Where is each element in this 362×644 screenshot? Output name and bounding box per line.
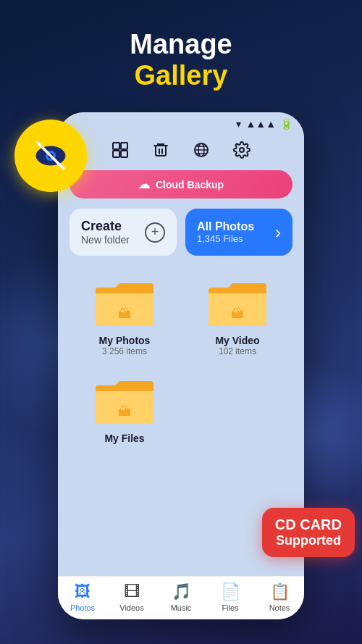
nav-music[interactable]: 🎵 Music: [156, 582, 206, 612]
cd-card-title: CD CARD: [275, 517, 342, 533]
create-label: Create: [81, 219, 130, 234]
folders-grid: 🏔 My Photos 3 256 items 🏔 My Video 102 i…: [70, 267, 292, 450]
create-folder-text: Create New folder: [81, 219, 130, 246]
photos-nav-icon: 🖼: [75, 582, 90, 601]
svg-text:🏔: 🏔: [118, 306, 131, 321]
nav-label-photos: Photos: [70, 603, 95, 612]
nav-label-videos: Videos: [119, 603, 143, 612]
grid-icon[interactable]: [109, 138, 132, 162]
cloud-backup-label: Cloud Backup: [156, 179, 224, 191]
folder-my-photos[interactable]: 🏔 My Photos 3 256 items: [70, 267, 180, 362]
eye-crossed-icon: [32, 137, 70, 175]
new-folder-label: New folder: [81, 234, 130, 246]
folder-icon-files: 🏔: [92, 374, 157, 428]
chevron-right-icon: ›: [275, 222, 281, 243]
settings-icon[interactable]: [230, 138, 253, 162]
videos-nav-icon: 🎞: [124, 582, 140, 601]
svg-rect-7: [121, 151, 127, 157]
nav-label-notes: Notes: [269, 603, 290, 612]
notes-nav-icon: 📋: [270, 582, 290, 601]
cloud-icon: ☁: [138, 177, 150, 191]
create-folder-button[interactable]: Create New folder +: [70, 209, 177, 256]
globe-icon[interactable]: [190, 138, 213, 162]
folder-count-video: 102 items: [219, 346, 256, 356]
files-count: 1,345 Files: [197, 233, 254, 244]
cd-card-badge: CD CARD Supported: [262, 508, 355, 557]
delete-icon[interactable]: [149, 138, 172, 162]
svg-text:🏔: 🏔: [231, 306, 244, 321]
all-photos-button[interactable]: All Photos 1,345 Files ›: [185, 209, 292, 256]
app-icon-circle[interactable]: [14, 120, 87, 192]
status-bar: ▾ ▲▲▲ 🔋: [58, 112, 304, 133]
folder-name-photos: My Photos: [99, 335, 151, 346]
svg-rect-4: [113, 143, 119, 149]
folder-icon-photos: 🏔: [92, 276, 157, 330]
nav-photos[interactable]: 🖼 Photos: [58, 582, 107, 612]
plus-button[interactable]: +: [145, 222, 165, 243]
bottom-nav: 🖼 Photos 🎞 Videos 🎵 Music 📄 Files 📋 Note…: [58, 576, 304, 619]
nav-notes[interactable]: 📋 Notes: [255, 582, 304, 612]
signal-icon: ▲▲▲: [245, 118, 276, 130]
header-manage-text: Manage: [14, 29, 348, 60]
cd-card-subtitle: Supported: [275, 533, 342, 548]
files-nav-icon: 📄: [221, 582, 240, 601]
cloud-backup-button[interactable]: ☁ Cloud Backup: [70, 170, 292, 198]
all-photos-label: All Photos: [197, 220, 254, 233]
svg-rect-8: [156, 146, 166, 156]
nav-files[interactable]: 📄 Files: [206, 582, 255, 612]
music-nav-icon: 🎵: [172, 582, 191, 601]
header-section: Manage Gallery: [0, 0, 362, 106]
battery-icon: 🔋: [280, 118, 292, 130]
folder-icon-video: 🏔: [205, 276, 270, 330]
svg-rect-6: [113, 151, 119, 157]
all-photos-text: All Photos 1,345 Files: [197, 220, 254, 244]
folder-my-video[interactable]: 🏔 My Video 102 items: [182, 267, 292, 362]
svg-point-16: [240, 148, 244, 152]
action-row: Create New folder + All Photos 1,345 Fil…: [70, 209, 292, 256]
wifi-icon: ▾: [236, 118, 241, 130]
folder-count-photos: 3 256 items: [102, 346, 147, 356]
svg-rect-5: [121, 143, 127, 149]
app-toolbar: [58, 133, 304, 170]
nav-label-files: Files: [222, 603, 238, 612]
nav-videos[interactable]: 🎞 Videos: [107, 582, 156, 612]
svg-text:🏔: 🏔: [118, 404, 131, 419]
folder-name-files: My Files: [104, 432, 144, 444]
folder-name-video: My Video: [215, 335, 259, 346]
header-gallery-text: Gallery: [14, 60, 348, 91]
folder-my-files[interactable]: 🏔 My Files: [70, 365, 180, 450]
nav-label-music: Music: [171, 603, 192, 612]
